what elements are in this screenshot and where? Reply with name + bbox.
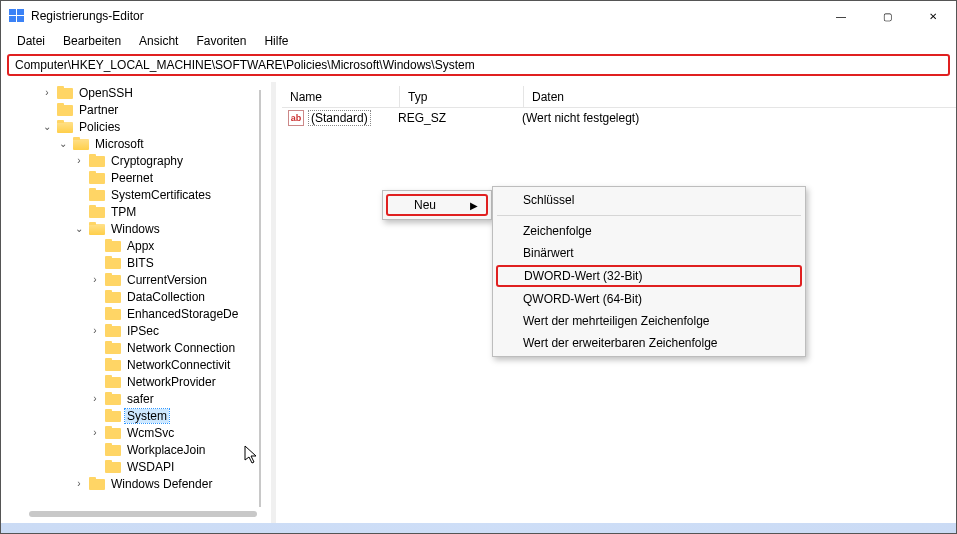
folder-icon [105, 239, 121, 252]
app-icon [9, 8, 25, 24]
menu-view[interactable]: Ansicht [131, 32, 186, 50]
folder-icon [105, 273, 121, 286]
expander-icon[interactable]: › [41, 87, 53, 98]
tree-item-ipsec[interactable]: ›IPSec [5, 322, 271, 339]
context-menu-primary[interactable]: Neu ▶ [382, 190, 492, 220]
tree-label: Network Connection [125, 341, 237, 355]
folder-icon [89, 171, 105, 184]
context-item-string[interactable]: Zeichenfolge [495, 220, 803, 242]
submenu-arrow-icon: ▶ [470, 200, 478, 211]
tree-item-systemcertificates[interactable]: SystemCertificates [5, 186, 271, 203]
svg-rect-1 [17, 9, 24, 15]
context-item-qword64[interactable]: QWORD-Wert (64-Bit) [495, 288, 803, 310]
address-bar[interactable] [7, 54, 950, 76]
expander-icon[interactable]: ⌄ [73, 223, 85, 234]
folder-icon [105, 426, 121, 439]
menu-separator [497, 215, 801, 216]
tree-label: Windows [109, 222, 162, 236]
menu-file[interactable]: Datei [9, 32, 53, 50]
tree-item-policies[interactable]: ⌄Policies [5, 118, 271, 135]
tree-item-currentversion[interactable]: ›CurrentVersion [5, 271, 271, 288]
expander-icon[interactable]: ⌄ [41, 121, 53, 132]
context-label: Binärwert [523, 246, 574, 260]
tree-item-datacollection[interactable]: DataCollection [5, 288, 271, 305]
expander-icon[interactable]: › [89, 427, 101, 438]
tree-item-networkprovider[interactable]: NetworkProvider [5, 373, 271, 390]
context-item-neu[interactable]: Neu ▶ [386, 194, 488, 216]
expander-icon[interactable]: › [89, 274, 101, 285]
tree-label: Microsoft [93, 137, 146, 151]
tree-label: SystemCertificates [109, 188, 213, 202]
tree-label: DataCollection [125, 290, 207, 304]
expander-icon[interactable]: › [89, 325, 101, 336]
tree-item-microsoft[interactable]: ⌄Microsoft [5, 135, 271, 152]
tree-label: Windows Defender [109, 477, 214, 491]
column-header-data[interactable]: Daten [524, 86, 956, 107]
column-header-name[interactable]: Name [282, 86, 400, 107]
context-item-binary[interactable]: Binärwert [495, 242, 803, 264]
tree-item-cryptography[interactable]: ›Cryptography [5, 152, 271, 169]
expander-icon[interactable]: › [73, 155, 85, 166]
tree-label: TPM [109, 205, 138, 219]
folder-icon [105, 375, 121, 388]
horizontal-scrollbar[interactable] [29, 511, 257, 517]
folder-icon [89, 205, 105, 218]
context-submenu-new[interactable]: Schlüssel Zeichenfolge Binärwert DWORD-W… [492, 186, 806, 357]
string-value-icon: ab [288, 110, 304, 126]
vertical-scrollbar[interactable] [259, 90, 261, 507]
tree-item-appx[interactable]: Appx [5, 237, 271, 254]
tree-item-windowsdefender[interactable]: ›Windows Defender [5, 475, 271, 492]
context-label: Wert der erweiterbaren Zeichenfolge [523, 336, 718, 350]
expander-icon[interactable]: › [73, 478, 85, 489]
tree-item-partner[interactable]: Partner [5, 101, 271, 118]
tree-label: BITS [125, 256, 156, 270]
context-item-expand-string[interactable]: Wert der erweiterbaren Zeichenfolge [495, 332, 803, 354]
maximize-button[interactable]: ▢ [864, 1, 910, 31]
tree-pane[interactable]: ›OpenSSH Partner ⌄Policies ⌄Microsoft ›C… [1, 82, 271, 523]
tree-item-safer[interactable]: ›safer [5, 390, 271, 407]
folder-icon [105, 358, 121, 371]
context-item-key[interactable]: Schlüssel [495, 189, 803, 211]
folder-icon [105, 256, 121, 269]
context-label: DWORD-Wert (32-Bit) [524, 269, 642, 283]
expander-icon[interactable]: › [89, 393, 101, 404]
tree-label: IPSec [125, 324, 161, 338]
tree-item-enhancedstorage[interactable]: EnhancedStorageDe [5, 305, 271, 322]
context-label: Schlüssel [523, 193, 574, 207]
tree-item-workplacejoin[interactable]: WorkplaceJoin [5, 441, 271, 458]
tree-item-windows[interactable]: ⌄Windows [5, 220, 271, 237]
tree-item-bits[interactable]: BITS [5, 254, 271, 271]
tree-item-tpm[interactable]: TPM [5, 203, 271, 220]
address-input[interactable] [13, 57, 944, 73]
value-row-default[interactable]: ab (Standard) REG_SZ (Wert nicht festgel… [282, 108, 956, 128]
value-name: (Standard) [308, 110, 371, 126]
column-header-type[interactable]: Typ [400, 86, 524, 107]
menu-edit[interactable]: Bearbeiten [55, 32, 129, 50]
context-label: Neu [414, 198, 436, 212]
folder-icon [57, 103, 73, 116]
context-item-dword32[interactable]: DWORD-Wert (32-Bit) [496, 265, 802, 287]
folder-open-icon [73, 137, 89, 150]
context-label: Wert der mehrteiligen Zeichenfolge [523, 314, 710, 328]
menu-favorites[interactable]: Favoriten [188, 32, 254, 50]
tree-item-wsdapi[interactable]: WSDAPI [5, 458, 271, 475]
tree-item-openssh[interactable]: ›OpenSSH [5, 84, 271, 101]
close-button[interactable]: ✕ [910, 1, 956, 31]
menu-help[interactable]: Hilfe [256, 32, 296, 50]
svg-rect-2 [9, 16, 16, 22]
tree-label: WcmSvc [125, 426, 176, 440]
minimize-button[interactable]: — [818, 1, 864, 31]
folder-icon [105, 341, 121, 354]
tree-item-system[interactable]: System [5, 407, 271, 424]
tree-label: Appx [125, 239, 156, 253]
context-item-multi-string[interactable]: Wert der mehrteiligen Zeichenfolge [495, 310, 803, 332]
tree-item-peernet[interactable]: Peernet [5, 169, 271, 186]
tree-item-wcmsvc[interactable]: ›WcmSvc [5, 424, 271, 441]
value-list-pane[interactable]: Name Typ Daten ab (Standard) REG_SZ (Wer… [276, 82, 956, 523]
folder-icon [105, 460, 121, 473]
folder-icon [105, 307, 121, 320]
expander-icon[interactable]: ⌄ [57, 138, 69, 149]
tree-item-networkconnectivit[interactable]: NetworkConnectivit [5, 356, 271, 373]
tree-item-networkconnection[interactable]: Network Connection [5, 339, 271, 356]
folder-icon [89, 154, 105, 167]
